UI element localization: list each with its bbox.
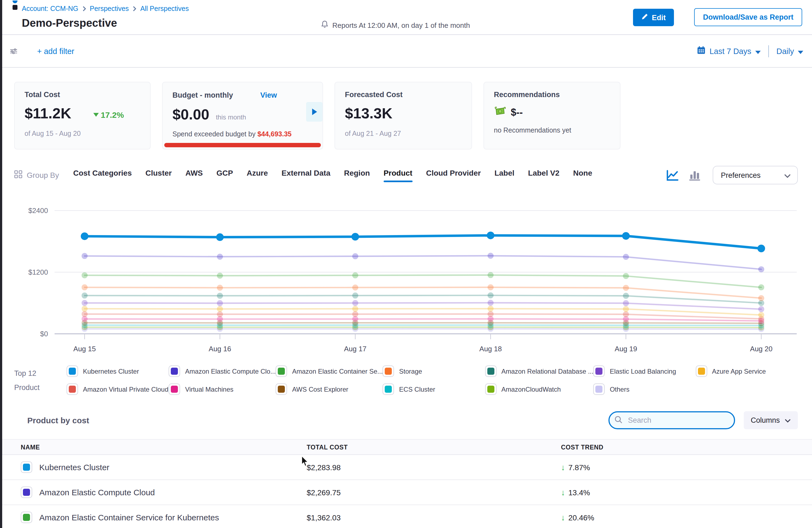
series-point-amazon-elastic-container-service-for-kubernetes[interactable]: [758, 284, 764, 291]
bar-chart-icon[interactable]: [689, 170, 701, 181]
series-point-amazon-elastic-container-service-for-kubernetes[interactable]: [352, 273, 358, 278]
legend-item-amazoncloudwatch[interactable]: AmazonCloudWatch: [485, 383, 593, 395]
legend-item-aws-cost-explorer[interactable]: AWS Cost Explorer: [276, 383, 383, 395]
series-point-elastic-load-balancing[interactable]: [623, 300, 629, 306]
legend-item-amazon-virtual-private-cloud[interactable]: Amazon Virtual Private Cloud: [67, 383, 169, 395]
series-point-azure-app-service[interactable]: [758, 312, 764, 318]
range-divider: [768, 45, 769, 57]
legend-item-elastic-load-balancing[interactable]: Elastic Load Balancing: [593, 365, 696, 377]
tab-external-data[interactable]: External Data: [281, 168, 330, 182]
series-point-kubernetes-cluster[interactable]: [622, 232, 630, 240]
legend-item-virtual-machines[interactable]: Virtual Machines: [169, 383, 276, 395]
series-point-amazon-elastic-compute-cloud[interactable]: [352, 253, 358, 259]
date-range-dropdown[interactable]: Last 7 Days: [697, 46, 760, 56]
series-point-kubernetes-cluster[interactable]: [757, 245, 765, 252]
series-point-azure-app-service[interactable]: [352, 306, 358, 312]
filter-sliders-icon[interactable]: [6, 44, 21, 58]
tab-aws[interactable]: AWS: [185, 168, 203, 182]
granularity-dropdown[interactable]: Daily: [777, 47, 803, 55]
budget-view-link[interactable]: View: [257, 90, 280, 100]
series-point-elastic-load-balancing[interactable]: [82, 300, 88, 306]
edit-button[interactable]: Edit: [633, 9, 674, 26]
series-point-amazon-relational-database-service[interactable]: [352, 293, 358, 299]
series-point-storage[interactable]: [488, 284, 494, 290]
legend-item-amazon-elastic-container-se[interactable]: Amazon Elastic Container Se...: [276, 365, 383, 377]
series-point-storage[interactable]: [758, 295, 764, 301]
legend-item-ecs-cluster[interactable]: ECS Cluster: [383, 383, 485, 395]
add-filter-button[interactable]: + add filter: [34, 46, 77, 56]
series-point-azure-app-service[interactable]: [488, 306, 494, 312]
series-point-amazon-elastic-compute-cloud[interactable]: [758, 266, 764, 272]
tab-gcp[interactable]: GCP: [216, 168, 233, 182]
series-point-azure-app-service[interactable]: [623, 306, 629, 312]
series-point-amazon-elastic-container-service-for-kubernetes[interactable]: [217, 273, 223, 279]
tab-azure[interactable]: Azure: [247, 168, 268, 182]
cost-line-chart[interactable]: $2400$1200$0Aug 15Aug 16Aug 17Aug 18Aug …: [0, 200, 812, 361]
series-point-amazon-elastic-compute-cloud[interactable]: [623, 254, 629, 260]
tab-label-v2[interactable]: Label V2: [528, 168, 559, 182]
legend-item-others[interactable]: Others: [593, 383, 696, 395]
tab-cluster[interactable]: Cluster: [145, 168, 172, 182]
series-point-kubernetes-cluster[interactable]: [216, 233, 224, 241]
series-point-storage[interactable]: [623, 285, 629, 291]
series-point-amazon-virtual-private-cloud[interactable]: [217, 311, 223, 317]
tab-cloud-provider[interactable]: Cloud Provider: [426, 168, 481, 182]
series-point-kubernetes-cluster[interactable]: [81, 232, 88, 240]
legend-item-storage[interactable]: Storage: [383, 365, 485, 377]
tab-none[interactable]: None: [573, 168, 592, 182]
tab-label[interactable]: Label: [494, 168, 514, 182]
breadcrumb: Account: CCM-NG Perspectives All Perspec…: [22, 5, 189, 13]
series-point-amazon-relational-database-service[interactable]: [488, 292, 494, 298]
table-header-row: NAME TOTAL COST COST TREND: [0, 439, 812, 455]
series-point-amazon-relational-database-service[interactable]: [217, 293, 223, 299]
series-point-amazon-elastic-compute-cloud[interactable]: [217, 254, 223, 260]
series-point-amazon-relational-database-service[interactable]: [623, 293, 629, 299]
breadcrumb-account-link[interactable]: Account: CCM-NG: [22, 5, 78, 13]
legend-item-azure-app-service[interactable]: Azure App Service: [696, 365, 798, 377]
series-point-kubernetes-cluster[interactable]: [487, 232, 494, 239]
series-point-elastic-load-balancing[interactable]: [217, 300, 223, 306]
series-point-amazon-virtual-private-cloud[interactable]: [82, 311, 88, 317]
line-chart-icon[interactable]: [666, 170, 679, 181]
series-point-storage[interactable]: [217, 285, 223, 291]
breadcrumb-perspectives-link[interactable]: Perspectives: [90, 5, 129, 13]
legend-item-amazon-relational-database[interactable]: Amazon Relational Database ...: [485, 365, 593, 377]
series-point-amazon-elastic-compute-cloud[interactable]: [82, 253, 88, 259]
series-point-storage[interactable]: [82, 284, 88, 291]
breadcrumb-all-perspectives-link[interactable]: All Perspectives: [140, 5, 189, 13]
legend-swatch: [593, 365, 605, 377]
series-point-elastic-load-balancing[interactable]: [758, 306, 764, 312]
row-color-swatch: [21, 486, 32, 498]
forecasted-cost-period: of Aug 21 - Aug 27: [345, 130, 462, 137]
series-point-amazon-virtual-private-cloud[interactable]: [488, 311, 494, 317]
tab-region[interactable]: Region: [344, 168, 370, 182]
columns-dropdown[interactable]: Columns: [743, 411, 798, 429]
tab-product[interactable]: Product: [383, 168, 412, 182]
series-point-azure-app-service[interactable]: [217, 306, 223, 312]
download-save-report-button[interactable]: Download/Save as Report: [694, 8, 802, 26]
series-point-storage[interactable]: [352, 284, 358, 291]
table-row[interactable]: Amazon Elastic Compute Cloud$2,269.75↓13…: [0, 480, 812, 505]
series-point-amazon-elastic-container-service-for-kubernetes[interactable]: [82, 272, 88, 278]
date-range-label: Last 7 Days: [709, 47, 751, 55]
legend-item-amazon-elastic-compute-clo[interactable]: Amazon Elastic Compute Clo...: [169, 365, 276, 377]
series-point-kubernetes-cluster[interactable]: [351, 233, 359, 240]
legend-item-kubernetes-cluster[interactable]: Kubernetes Cluster: [67, 365, 169, 377]
series-point-amazon-virtual-private-cloud[interactable]: [352, 311, 358, 317]
budget-expand-button[interactable]: [306, 102, 322, 122]
series-point-azure-app-service[interactable]: [82, 306, 88, 312]
series-point-amazon-virtual-private-cloud[interactable]: [623, 311, 629, 317]
series-point-amazon-elastic-compute-cloud[interactable]: [488, 253, 494, 259]
series-point-amazon-elastic-container-service-for-kubernetes[interactable]: [623, 273, 629, 279]
series-point-elastic-load-balancing[interactable]: [352, 300, 358, 306]
table-row[interactable]: Kubernetes Cluster$2,283.98↓7.87%: [0, 455, 812, 480]
tab-cost-categories[interactable]: Cost Categories: [73, 168, 132, 182]
search-input[interactable]: [608, 411, 735, 429]
caret-down-icon: [798, 47, 803, 55]
series-line-aws-cost-explorer: [85, 323, 761, 323]
series-point-amazon-relational-database-service[interactable]: [82, 293, 88, 299]
table-row[interactable]: Amazon Elastic Container Service for Kub…: [0, 505, 812, 528]
series-point-amazon-elastic-container-service-for-kubernetes[interactable]: [488, 272, 494, 278]
preferences-dropdown[interactable]: Preferences: [713, 166, 798, 185]
series-point-elastic-load-balancing[interactable]: [488, 300, 494, 306]
